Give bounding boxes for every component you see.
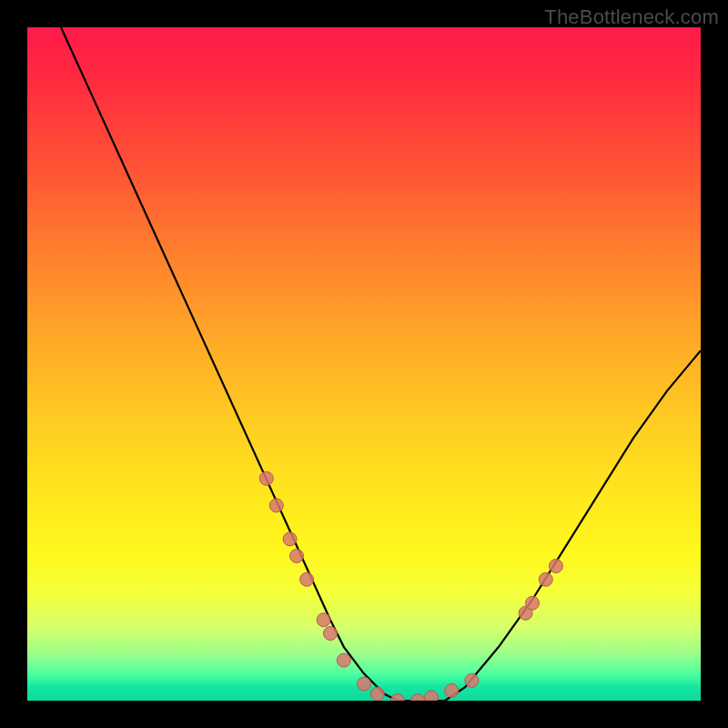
chart-frame: TheBottleneck.com [0, 0, 728, 728]
curve-marker [337, 653, 350, 667]
plot-area [27, 27, 701, 701]
curve-marker [425, 691, 439, 701]
curve-marker [445, 683, 459, 697]
curve-marker [269, 499, 283, 512]
curve-marker [370, 687, 384, 701]
curve-marker [283, 532, 297, 546]
curve-marker [324, 627, 338, 641]
watermark-text: TheBottleneck.com [544, 5, 719, 29]
curve-marker [358, 677, 371, 691]
curve-marker [411, 694, 425, 702]
curve-marker [526, 596, 540, 610]
curve-marker [465, 673, 479, 687]
curve-marker [391, 694, 405, 702]
curve-marker [539, 572, 552, 586]
curve-path [61, 27, 701, 701]
curve-marker [317, 613, 330, 627]
curve-marker [259, 471, 273, 485]
curve-marker [290, 549, 304, 562]
curve-marker [549, 560, 562, 573]
bottleneck-curve [27, 27, 701, 701]
curve-marker [300, 572, 314, 586]
